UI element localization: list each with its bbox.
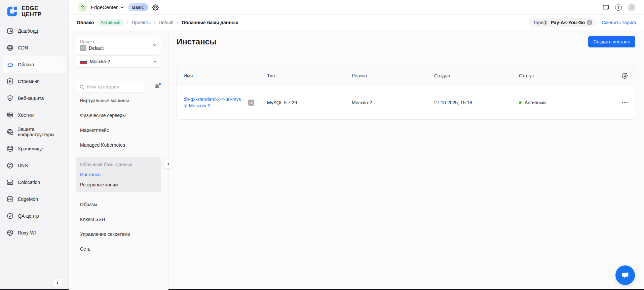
instances-table: Имя Тип Регион Создан Статус db-g2-stand…	[177, 66, 635, 120]
column-name: Имя	[184, 73, 267, 78]
column-status: Статус	[519, 73, 613, 78]
panel-item-virtual-machines[interactable]: Виртуальные машины	[76, 93, 161, 108]
cloud-nav-panel: Проект ID Default Москва-2	[69, 30, 168, 290]
panel-item-managed-kubernetes[interactable]: Managed Kubernetes	[76, 138, 161, 152]
server-cloud-icon	[6, 111, 14, 119]
sidebar-item-cdn[interactable]: CDN	[3, 39, 66, 56]
category-search-input[interactable]	[76, 81, 146, 93]
chevron-left-icon	[166, 162, 170, 166]
change-tariff-link[interactable]: Сменить тариф	[602, 20, 636, 25]
panel-item-backups[interactable]: Резервные копии	[76, 180, 161, 190]
id-icon: ID	[80, 45, 86, 51]
notifications-bell-icon[interactable]	[154, 83, 160, 90]
chat-bubble-icon	[620, 270, 630, 280]
breadcrumb-section: Облако	[77, 20, 94, 25]
project-select[interactable]: Проект ID Default	[76, 36, 161, 54]
table-row[interactable]: db-g2-standard-2-4-30-mysql-Moscow-2 ID …	[177, 85, 635, 119]
breadcrumb-projects[interactable]: Проекты	[132, 20, 151, 25]
instance-status: Активный	[525, 100, 546, 105]
cloud-databases-group: Облачные базы данных Инстансы Резервные …	[76, 157, 161, 192]
sidebar-item-streaming[interactable]: Стриминг	[3, 73, 66, 90]
waveform-icon	[6, 195, 14, 203]
sidebar-item-cloud[interactable]: Облако	[3, 56, 66, 73]
cloud-icon	[6, 61, 14, 68]
panel-collapse-button[interactable]	[163, 159, 173, 169]
panel-item-instances[interactable]: Инстансы	[76, 170, 161, 180]
logo-text: EDGE ЦЕНТР	[22, 5, 42, 17]
breadcrumb: Облако Активный / Проекты / Default / Об…	[77, 19, 238, 26]
tariff-value: Pay-As-You-Go	[551, 20, 585, 25]
breadcrumb-bar: Облако Активный / Проекты / Default / Об…	[69, 15, 644, 30]
panel-item-network[interactable]: Сеть	[76, 242, 161, 256]
region-select-value: Москва-2	[90, 59, 110, 64]
panel-item-images[interactable]: Образы	[76, 197, 161, 212]
create-instance-button[interactable]: Создать инстанс	[588, 36, 635, 47]
chevron-down-icon	[153, 60, 157, 64]
topbar: EdgeCenter Basic ?	[69, 0, 644, 15]
settings-gear-icon[interactable]	[152, 4, 159, 11]
globe-shield-icon	[6, 128, 14, 136]
panel-item-marketplace[interactable]: Маркетплейс	[76, 123, 161, 138]
instance-name-link[interactable]: db-g2-standard-2-4-30-mysql-Moscow-2	[184, 96, 243, 109]
table-header: Имя Тип Регион Создан Статус	[177, 66, 635, 85]
check-circle-icon	[6, 212, 14, 220]
table-settings-gear-icon[interactable]	[621, 72, 628, 79]
person-icon	[629, 5, 634, 10]
sidebar-collapse-button[interactable]	[53, 278, 62, 288]
info-icon[interactable]: i	[587, 20, 592, 25]
sidebar-item-web-protection[interactable]: Веб-защита	[3, 90, 66, 107]
panel-item-cloud-databases[interactable]: Облачные базы данных	[76, 159, 161, 170]
sidebar-item-edgemon[interactable]: EdgeMon	[3, 191, 66, 208]
search-icon	[79, 84, 84, 89]
globe-icon	[6, 44, 14, 51]
shield-check-icon	[6, 95, 14, 102]
edgecenter-logo: EDGE ЦЕНТР	[0, 0, 68, 18]
category-list-bottom: Образы Ключи SSH Управление секретами Се…	[69, 197, 168, 256]
region-select[interactable]: Москва-2	[76, 56, 161, 68]
chat-widget-button[interactable]	[615, 265, 635, 285]
chevron-left-icon	[55, 281, 60, 285]
workspace-switcher[interactable]: EdgeCenter	[91, 4, 124, 10]
russia-flag-icon	[80, 59, 87, 64]
panel-item-secrets[interactable]: Управление секретами	[76, 227, 161, 242]
sidebar-item-roxy-wi[interactable]: Roxy-WI	[3, 224, 66, 241]
main-sidebar: EDGE ЦЕНТР Дашборд CDN Облако Стриминг	[0, 0, 69, 290]
copy-id-icon[interactable]: ID	[248, 100, 254, 106]
sidebar-item-hosting[interactable]: Хостинг	[3, 107, 66, 123]
plan-badge: Basic	[128, 3, 148, 11]
status-badge: Активный	[97, 19, 123, 26]
row-actions-menu-icon[interactable]	[621, 100, 629, 105]
header-divider	[177, 52, 644, 52]
instance-created: 27.10.2025, 15:18	[434, 100, 519, 105]
edgecenter-logo-icon	[6, 5, 18, 18]
panel-divider	[69, 75, 168, 75]
database-icon	[6, 145, 14, 152]
category-search-field[interactable]	[87, 84, 142, 89]
dashboard-icon	[6, 27, 14, 35]
panel-item-physical-servers[interactable]: Физические серверы	[76, 108, 161, 123]
breadcrumb-current: Облачные базы данных	[182, 20, 238, 25]
spiral-icon	[6, 229, 14, 237]
tariff-pill: Тариф: Pay-As-You-Go i	[529, 18, 596, 27]
sidebar-item-storage[interactable]: Хранилище	[3, 140, 66, 157]
billing-card-icon[interactable]	[602, 4, 609, 11]
help-icon[interactable]: ?	[615, 4, 622, 11]
project-select-value: Default	[89, 45, 104, 51]
refresh-circle-icon	[6, 162, 14, 169]
chevron-down-icon	[153, 43, 157, 47]
home-icon[interactable]	[78, 3, 87, 12]
chevron-down-icon	[120, 5, 124, 9]
status-dot-icon	[519, 101, 522, 104]
panel-item-ssh-keys[interactable]: Ключи SSH	[76, 212, 161, 227]
sidebar-item-infrastructure-protection[interactable]: Защита инфраструктуры	[3, 123, 66, 140]
breadcrumb-default[interactable]: Default	[159, 20, 174, 25]
sidebar-item-qa-center[interactable]: QA-центр	[3, 208, 66, 224]
sidebar-item-dns[interactable]: DNS	[3, 157, 66, 174]
user-avatar[interactable]	[628, 3, 636, 11]
play-icon	[6, 78, 14, 85]
category-list: Виртуальные машины Физические серверы Ма…	[69, 93, 168, 152]
sidebar-item-dashboard[interactable]: Дашборд	[3, 23, 66, 39]
column-region: Регион	[352, 73, 434, 78]
sidebar-item-colocation[interactable]: Colocation	[3, 174, 66, 191]
racks-icon	[6, 179, 14, 186]
